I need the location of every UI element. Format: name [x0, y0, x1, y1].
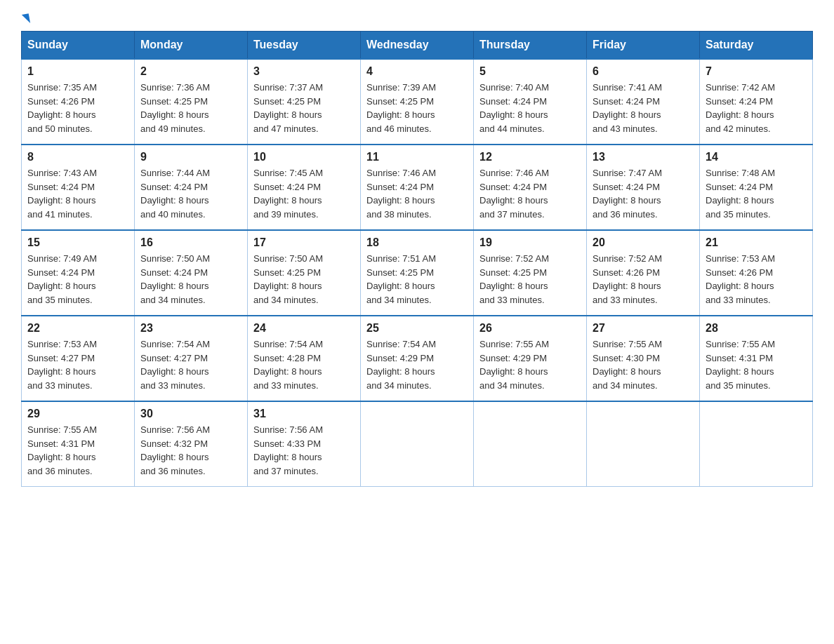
day-info: Sunrise: 7:52 AMSunset: 4:25 PMDaylight:…	[479, 253, 549, 305]
column-header-sunday: Sunday	[22, 32, 135, 60]
calendar-cell: 15 Sunrise: 7:49 AMSunset: 4:24 PMDaylig…	[22, 230, 135, 316]
column-header-thursday: Thursday	[474, 32, 587, 60]
calendar-cell: 20 Sunrise: 7:52 AMSunset: 4:26 PMDaylig…	[587, 230, 700, 316]
week-row-1: 1 Sunrise: 7:35 AMSunset: 4:26 PMDayligh…	[22, 59, 813, 145]
calendar-cell	[361, 401, 474, 487]
column-header-saturday: Saturday	[700, 32, 813, 60]
day-info: Sunrise: 7:56 AMSunset: 4:33 PMDaylight:…	[253, 424, 323, 476]
day-info: Sunrise: 7:54 AMSunset: 4:27 PMDaylight:…	[140, 339, 210, 391]
day-number: 28	[706, 322, 807, 335]
day-info: Sunrise: 7:56 AMSunset: 4:32 PMDaylight:…	[140, 424, 210, 476]
week-row-5: 29 Sunrise: 7:55 AMSunset: 4:31 PMDaylig…	[22, 401, 813, 487]
calendar-cell: 7 Sunrise: 7:42 AMSunset: 4:24 PMDayligh…	[700, 59, 813, 145]
day-number: 17	[253, 236, 355, 249]
day-info: Sunrise: 7:40 AMSunset: 4:24 PMDaylight:…	[479, 82, 549, 134]
day-info: Sunrise: 7:41 AMSunset: 4:24 PMDaylight:…	[593, 82, 662, 134]
calendar-cell: 14 Sunrise: 7:48 AMSunset: 4:24 PMDaylig…	[700, 145, 813, 230]
week-row-4: 22 Sunrise: 7:53 AMSunset: 4:27 PMDaylig…	[22, 316, 813, 401]
calendar-cell: 16 Sunrise: 7:50 AMSunset: 4:24 PMDaylig…	[135, 230, 248, 316]
calendar-cell: 22 Sunrise: 7:53 AMSunset: 4:27 PMDaylig…	[22, 316, 135, 401]
day-info: Sunrise: 7:55 AMSunset: 4:31 PMDaylight:…	[27, 424, 97, 476]
day-info: Sunrise: 7:46 AMSunset: 4:24 PMDaylight:…	[479, 168, 549, 220]
day-number: 12	[479, 151, 581, 163]
day-number: 24	[253, 322, 355, 335]
day-number: 5	[479, 65, 581, 78]
calendar-cell: 3 Sunrise: 7:37 AMSunset: 4:25 PMDayligh…	[248, 59, 361, 145]
calendar-cell: 11 Sunrise: 7:46 AMSunset: 4:24 PMDaylig…	[361, 145, 474, 230]
logo-triangle-icon	[22, 13, 30, 25]
week-row-3: 15 Sunrise: 7:49 AMSunset: 4:24 PMDaylig…	[22, 230, 813, 316]
calendar-cell: 29 Sunrise: 7:55 AMSunset: 4:31 PMDaylig…	[22, 401, 135, 487]
day-info: Sunrise: 7:35 AMSunset: 4:26 PMDaylight:…	[27, 82, 97, 134]
calendar-cell: 5 Sunrise: 7:40 AMSunset: 4:24 PMDayligh…	[474, 59, 587, 145]
day-info: Sunrise: 7:54 AMSunset: 4:28 PMDaylight:…	[253, 339, 323, 391]
calendar-cell: 25 Sunrise: 7:54 AMSunset: 4:29 PMDaylig…	[361, 316, 474, 401]
day-number: 8	[27, 151, 128, 163]
day-info: Sunrise: 7:42 AMSunset: 4:24 PMDaylight:…	[706, 82, 775, 134]
day-info: Sunrise: 7:50 AMSunset: 4:24 PMDaylight:…	[140, 253, 210, 305]
day-number: 6	[593, 65, 694, 78]
day-number: 14	[706, 151, 807, 163]
day-info: Sunrise: 7:44 AMSunset: 4:24 PMDaylight:…	[140, 168, 210, 220]
day-number: 21	[706, 236, 807, 249]
day-number: 4	[366, 65, 468, 78]
day-number: 23	[140, 322, 241, 335]
calendar-cell: 21 Sunrise: 7:53 AMSunset: 4:26 PMDaylig…	[700, 230, 813, 316]
day-info: Sunrise: 7:49 AMSunset: 4:24 PMDaylight:…	[27, 253, 97, 305]
calendar-cell: 24 Sunrise: 7:54 AMSunset: 4:28 PMDaylig…	[248, 316, 361, 401]
day-number: 29	[27, 408, 128, 420]
day-info: Sunrise: 7:53 AMSunset: 4:27 PMDaylight:…	[27, 339, 97, 391]
calendar-cell: 30 Sunrise: 7:56 AMSunset: 4:32 PMDaylig…	[135, 401, 248, 487]
page-header	[21, 14, 813, 24]
day-number: 1	[27, 65, 128, 78]
day-info: Sunrise: 7:36 AMSunset: 4:25 PMDaylight:…	[140, 82, 210, 134]
day-number: 22	[27, 322, 128, 335]
calendar-cell	[474, 401, 587, 487]
day-number: 26	[479, 322, 581, 335]
day-number: 9	[140, 151, 241, 163]
column-header-wednesday: Wednesday	[361, 32, 474, 60]
column-header-monday: Monday	[135, 32, 248, 60]
calendar-cell: 9 Sunrise: 7:44 AMSunset: 4:24 PMDayligh…	[135, 145, 248, 230]
day-number: 3	[253, 65, 355, 78]
calendar-cell: 1 Sunrise: 7:35 AMSunset: 4:26 PMDayligh…	[22, 59, 135, 145]
day-number: 18	[366, 236, 468, 249]
day-number: 7	[706, 65, 807, 78]
day-number: 20	[593, 236, 694, 249]
calendar-cell: 19 Sunrise: 7:52 AMSunset: 4:25 PMDaylig…	[474, 230, 587, 316]
day-number: 13	[593, 151, 694, 163]
day-number: 25	[366, 322, 468, 335]
day-info: Sunrise: 7:52 AMSunset: 4:26 PMDaylight:…	[593, 253, 662, 305]
calendar-cell: 18 Sunrise: 7:51 AMSunset: 4:25 PMDaylig…	[361, 230, 474, 316]
calendar-cell: 6 Sunrise: 7:41 AMSunset: 4:24 PMDayligh…	[587, 59, 700, 145]
day-info: Sunrise: 7:54 AMSunset: 4:29 PMDaylight:…	[366, 339, 436, 391]
calendar-cell: 8 Sunrise: 7:43 AMSunset: 4:24 PMDayligh…	[22, 145, 135, 230]
calendar-cell: 2 Sunrise: 7:36 AMSunset: 4:25 PMDayligh…	[135, 59, 248, 145]
day-info: Sunrise: 7:43 AMSunset: 4:24 PMDaylight:…	[27, 168, 97, 220]
day-info: Sunrise: 7:47 AMSunset: 4:24 PMDaylight:…	[593, 168, 662, 220]
calendar-header-row: SundayMondayTuesdayWednesdayThursdayFrid…	[22, 32, 813, 60]
day-number: 16	[140, 236, 241, 249]
calendar-cell	[587, 401, 700, 487]
calendar-cell: 31 Sunrise: 7:56 AMSunset: 4:33 PMDaylig…	[248, 401, 361, 487]
day-info: Sunrise: 7:37 AMSunset: 4:25 PMDaylight:…	[253, 82, 323, 134]
calendar-cell	[700, 401, 813, 487]
day-number: 10	[253, 151, 355, 163]
logo	[21, 14, 29, 24]
day-info: Sunrise: 7:51 AMSunset: 4:25 PMDaylight:…	[366, 253, 436, 305]
calendar-cell: 26 Sunrise: 7:55 AMSunset: 4:29 PMDaylig…	[474, 316, 587, 401]
calendar-cell: 12 Sunrise: 7:46 AMSunset: 4:24 PMDaylig…	[474, 145, 587, 230]
day-info: Sunrise: 7:55 AMSunset: 4:29 PMDaylight:…	[479, 339, 549, 391]
day-info: Sunrise: 7:45 AMSunset: 4:24 PMDaylight:…	[253, 168, 323, 220]
day-number: 30	[140, 408, 241, 420]
calendar-cell: 27 Sunrise: 7:55 AMSunset: 4:30 PMDaylig…	[587, 316, 700, 401]
day-number: 31	[253, 408, 355, 420]
calendar-table: SundayMondayTuesdayWednesdayThursdayFrid…	[21, 31, 813, 487]
calendar-cell: 13 Sunrise: 7:47 AMSunset: 4:24 PMDaylig…	[587, 145, 700, 230]
day-info: Sunrise: 7:39 AMSunset: 4:25 PMDaylight:…	[366, 82, 436, 134]
day-info: Sunrise: 7:55 AMSunset: 4:30 PMDaylight:…	[593, 339, 662, 391]
day-info: Sunrise: 7:46 AMSunset: 4:24 PMDaylight:…	[366, 168, 436, 220]
day-info: Sunrise: 7:50 AMSunset: 4:25 PMDaylight:…	[253, 253, 323, 305]
day-number: 15	[27, 236, 128, 249]
day-number: 27	[593, 322, 694, 335]
